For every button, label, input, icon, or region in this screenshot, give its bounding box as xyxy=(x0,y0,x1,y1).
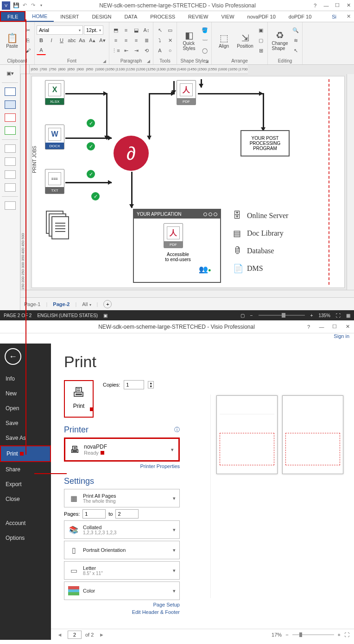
current-page-input[interactable] xyxy=(68,631,82,639)
font-size-up-icon[interactable]: A▴ xyxy=(88,36,97,45)
tab-home[interactable]: HOME xyxy=(25,11,54,22)
ellipse-tool-icon[interactable]: ○ xyxy=(165,46,175,55)
qat-undo-icon[interactable]: ↶ xyxy=(20,1,29,10)
group-icon[interactable]: ⊞ xyxy=(256,46,266,55)
font-size-select[interactable]: 12pt.▾ xyxy=(84,25,103,35)
sign-in-link[interactable]: Sign in xyxy=(0,333,354,344)
tab-data[interactable]: DATA xyxy=(118,11,144,22)
horizontal-scrollbar[interactable] xyxy=(20,290,354,297)
preview-page-2[interactable] xyxy=(282,395,343,474)
layers-icon[interactable]: ≋ xyxy=(291,36,300,45)
macro-record-icon[interactable]: ▣ xyxy=(103,313,107,318)
paragraph-dialog-launcher[interactable]: ◢ xyxy=(147,59,150,63)
setting-print-range[interactable]: ▦ Print All PagesThe whole thing ▾ xyxy=(64,489,180,507)
bullets-icon[interactable]: ⋮≡ xyxy=(111,46,120,55)
preview-fit-icon[interactable]: ⛶ xyxy=(344,632,349,638)
setting-collated[interactable]: 📚 Collated1,2,3 1,2,3 1,2,3 ▾ xyxy=(64,520,180,539)
strikethrough-button[interactable]: abc xyxy=(67,36,76,45)
align-center-icon[interactable]: ≡ xyxy=(121,36,131,45)
zoom-level[interactable]: 135% xyxy=(318,313,330,318)
italic-button[interactable]: I xyxy=(47,36,56,45)
pan-zoom-icon[interactable]: ▦ xyxy=(346,313,350,318)
page-tab-2[interactable]: Page-2 xyxy=(53,301,70,307)
tab-novapdf[interactable]: novaPDF 10 xyxy=(241,11,282,22)
stencil-shape-9[interactable] xyxy=(5,201,16,210)
stencil-shape-6[interactable] xyxy=(5,157,16,166)
back-button[interactable]: ← xyxy=(5,348,21,365)
line-icon[interactable]: 〰 xyxy=(200,36,209,45)
qat-more-icon[interactable]: ▾ xyxy=(37,1,45,10)
position-button[interactable]: ⇲Position xyxy=(235,32,255,49)
nav-export[interactable]: Export xyxy=(0,477,51,492)
font-color-icon[interactable]: A xyxy=(37,46,46,55)
pages-from-input[interactable] xyxy=(82,509,106,519)
zoom-in-icon[interactable]: + xyxy=(310,313,313,318)
rotate-text-icon[interactable]: ⟲ xyxy=(142,46,151,55)
select-icon[interactable]: ↖ xyxy=(291,46,300,55)
send-back-icon[interactable]: ▢ xyxy=(256,36,266,45)
change-shape-button[interactable]: ♻Change Shape xyxy=(270,30,290,51)
tab-design[interactable]: DESIGN xyxy=(85,11,118,22)
zoom-out-icon[interactable]: − xyxy=(250,313,253,318)
stencil-shape-5[interactable] xyxy=(5,144,16,153)
align-top-icon[interactable]: ⬒ xyxy=(111,25,120,35)
fit-page-icon[interactable]: ⛶ xyxy=(336,313,341,318)
help-icon[interactable]: ? xyxy=(310,1,321,10)
find-icon[interactable]: 🔍 xyxy=(291,25,300,35)
font-dialog-launcher[interactable]: ◢ xyxy=(103,59,106,63)
stencil-shape-2[interactable] xyxy=(5,100,16,109)
bring-front-icon[interactable]: ▣ xyxy=(256,25,266,35)
tab-process[interactable]: PROCESS xyxy=(144,11,182,22)
align-right-icon[interactable]: ≡ xyxy=(132,36,141,45)
align-middle-icon[interactable]: ≡ xyxy=(121,25,131,35)
stencil-shape-3[interactable] xyxy=(5,113,16,122)
close-icon[interactable]: ✕ xyxy=(343,1,354,10)
page-setup-link[interactable]: Page Setup xyxy=(64,602,180,607)
pointer-tool-icon[interactable]: ↖ xyxy=(155,25,164,35)
page-tab-all[interactable]: All ▾ xyxy=(82,301,91,307)
increase-indent-icon[interactable]: ⇥ xyxy=(132,46,141,55)
connector-tool-icon[interactable]: ⤵ xyxy=(155,36,164,45)
nav-share[interactable]: Share xyxy=(0,462,51,477)
pages-to-input[interactable] xyxy=(115,509,139,519)
tab-view[interactable]: VIEW xyxy=(215,11,240,22)
printer-properties-link[interactable]: Printer Properties xyxy=(64,463,180,469)
preview-zoom-out-icon[interactable]: − xyxy=(285,632,288,638)
shapes-stencil-btn[interactable]: ▣▾ xyxy=(6,69,15,78)
print-button[interactable]: 🖶 Print xyxy=(64,380,94,418)
next-page-icon[interactable]: ► xyxy=(97,631,106,639)
tab-insert[interactable]: INSERT xyxy=(54,11,85,22)
copies-up-icon[interactable]: ▲ xyxy=(148,381,153,385)
preview-zoom-in-icon[interactable]: + xyxy=(338,632,341,638)
tab-dopdf[interactable]: doPDF 10 xyxy=(282,11,318,22)
cut-icon[interactable]: ✂ xyxy=(23,25,32,35)
change-case-button[interactable]: Aa xyxy=(77,36,87,45)
nav-account[interactable]: Account xyxy=(0,516,51,531)
qat-redo-icon[interactable]: ↷ xyxy=(29,1,37,10)
copies-input[interactable] xyxy=(124,380,144,389)
doc-close-icon[interactable]: ✕ xyxy=(343,11,354,22)
nav-close[interactable]: Close xyxy=(0,492,51,506)
align-bottom-icon[interactable]: ⬓ xyxy=(132,25,141,35)
effects-icon[interactable]: ◯ xyxy=(200,46,209,55)
decrease-indent-icon[interactable]: ⇤ xyxy=(121,46,131,55)
copy-icon[interactable]: ⎘ xyxy=(23,36,32,45)
drawing-canvas[interactable]: PRINT JOBS XXLSX WDOCX ≡≡≡TXT ✓ ✓ ✓ ✓ ∂ xyxy=(32,76,345,288)
shape-styles-dialog-launcher[interactable]: ◢ xyxy=(205,59,209,63)
edit-header-footer-link[interactable]: Edit Header & Footer xyxy=(64,609,180,615)
vertical-scrollbar[interactable] xyxy=(347,74,354,290)
text-tool-icon[interactable]: A xyxy=(155,46,164,55)
printer-select[interactable]: 🖶 novaPDF Ready ▾ xyxy=(64,438,180,462)
backstage-maximize-icon[interactable]: ☐ xyxy=(328,321,341,332)
fill-icon[interactable]: 🪣 xyxy=(200,25,209,35)
tab-file[interactable]: FILE xyxy=(0,11,25,22)
maximize-icon[interactable]: ☐ xyxy=(332,1,343,10)
status-language[interactable]: ENGLISH (UNITED STATES) xyxy=(37,313,98,318)
setting-paper-size[interactable]: ▭ Letter8.5" x 11" ▾ xyxy=(64,561,180,580)
backstage-minimize-icon[interactable]: — xyxy=(315,321,328,332)
justify-icon[interactable]: ≣ xyxy=(142,36,151,45)
minimize-icon[interactable]: — xyxy=(321,1,332,10)
preview-zoom-slider[interactable] xyxy=(292,634,334,635)
zoom-slider[interactable] xyxy=(259,315,305,316)
backstage-close-icon[interactable]: ✕ xyxy=(341,321,354,332)
